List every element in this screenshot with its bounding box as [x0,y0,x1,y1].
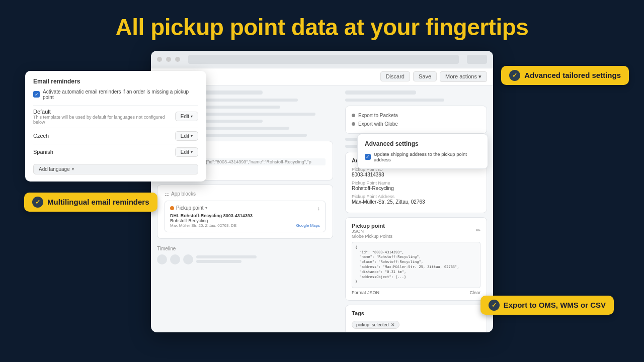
lang-default-desc: This template will be used by default fo… [33,115,175,125]
email-checkbox-text: Activate automatic email reminders if an… [43,89,198,100]
browser-dot-1 [157,57,162,62]
pickup-dot [170,206,174,210]
lang-spanish-name: Spanish [33,149,53,155]
export-badge: ✓ Export to OMS, WMS or CSV [480,296,614,315]
timeline-circle-2 [170,254,180,264]
r-skeleton-2 [345,99,487,102]
adv-checkbox[interactable]: ✓ [365,154,371,160]
browser-action-btn [467,55,487,64]
export-bullet-1 [352,114,355,117]
adv-settings-title: Advanced settings [365,140,480,147]
export-badge-text: Export to OMS, WMS or CSV [504,301,606,309]
tag-pickup-selected: pickup_selected ✕ [352,321,399,329]
lang-czech-name: Czech [33,133,49,139]
clear-btn[interactable]: Clear [469,290,480,295]
format-json-btn[interactable]: Format JSON [352,290,379,295]
advanced-badge-text: Advanced tailored settings [524,71,621,79]
json-sub2: Globe Pickup Points [352,234,392,239]
export-label-2: Export with Globe [358,121,398,127]
adv-checkbox-text: Update shipping address to the pickup po… [374,151,480,162]
pickup-block: Pickup point ▾ ↓ DHL Rohstoff-Recycling … [165,201,326,232]
adv-checkbox-row: ✓ Update shipping address to the pickup … [365,151,480,162]
tag-remove-icon[interactable]: ✕ [391,322,395,327]
export-row-1: Export to Packeta [352,111,480,120]
advanced-check-icon: ✓ [509,70,520,81]
lang-default-name: Default [33,109,175,115]
tags-title: Tags [352,310,480,316]
json-edit-icon[interactable]: ✏ [476,227,480,234]
json-code-block: { "id": "8003-4314393", "name": "Rohstof… [352,242,480,288]
tags-card: Tags pickup_selected ✕ [345,305,487,332]
edit-czech-btn[interactable]: Edit ▾ [175,131,198,141]
page-title: All pickup point data at your fingertips [0,0,644,51]
json-content-area: { "id": "8003-4314393", "name": "Rohstof… [352,242,480,288]
adv-check-icon: ✓ [366,154,370,159]
save-btn[interactable]: Save [413,71,437,81]
timeline-label: Timeline [157,246,333,251]
json-footer: Format JSON Clear [352,290,480,295]
browser-url-bar [188,55,459,64]
export-label-1: Export to Packeta [358,113,398,118]
add-language-btn[interactable]: Add language ▾ [33,164,198,174]
multilingual-badge: ✓ Multilingual email reminders [24,193,157,212]
pickup-label-text: Pickup point [176,205,203,211]
json-header: Pickup point JSON Globe Pickup Points ✏ [352,223,480,239]
edit-spanish-btn[interactable]: Edit ▾ [175,147,198,157]
more-actions-btn[interactable]: More actions ▾ [440,71,487,82]
timeline-section: Timeline [157,243,333,264]
json-title: Pickup point [352,223,392,229]
export-row-2: Export with Globe [352,120,480,128]
timeline-row [157,254,333,264]
edit-default-btn[interactable]: Edit ▾ [175,112,198,121]
export-check-icon: ✓ [489,300,500,311]
app-blocks-section: ⚏ App blocks Pickup point ▾ ↓ [157,185,333,239]
advanced-settings-card: Advanced settings ✓ Update shipping addr… [357,134,488,169]
language-row-default: Default This template will be used by de… [33,105,198,128]
export-bullet-2 [352,122,355,126]
email-reminder-title: Email reminders [33,78,198,85]
browser-toolbar [151,51,493,68]
email-reminder-card: Email reminders ✓ Activate automatic ema… [25,71,206,182]
language-row-czech: Czech Edit ▾ [33,128,198,144]
email-checkbox-row: ✓ Activate automatic email reminders if … [33,89,198,100]
language-row-spanish: Spanish Edit ▾ [33,144,198,160]
multilingual-check-icon: ✓ [32,197,43,208]
browser-dot-2 [166,57,171,62]
pickup-block-header: Pickup point ▾ ↓ [170,205,320,211]
pickup-address: Max-Müller-Str. 25, Zittau, 02763, DE [170,223,253,228]
pickup-block-label: Pickup point ▾ [170,205,207,211]
detail-field-address: Pickup Point Address Max-Müller-Str. 25,… [352,194,480,205]
json-card: Pickup point JSON Globe Pickup Points ✏ … [345,217,487,301]
google-maps-btn[interactable]: Google Maps [296,223,320,228]
r-skeleton-1 [345,90,487,95]
discard-btn[interactable]: Discard [380,71,410,81]
advanced-settings-badge: ✓ Advanced tailored settings [501,66,629,85]
right-column: Export to Packeta Export with Globe [339,85,493,332]
content-area: Discard Save More actions ▾ [0,51,644,342]
json-subtitle: JSON [352,229,392,234]
email-check-icon: ✓ [35,92,39,97]
timeline-lines [196,254,257,264]
pickup-name: Rohstoff-Recycling [170,218,253,223]
app-blocks-title: ⚏ App blocks [165,191,326,197]
email-checkbox[interactable]: ✓ [33,91,40,98]
export-card: Export to Packeta Export with Globe [345,106,487,134]
pickup-icon: ↓ [317,205,320,211]
metafield-value: {"id":"8003-4314393","name":"Rohstoff-Re… [204,158,326,165]
browser-dot-3 [175,57,180,62]
timeline-circle-3 [183,254,193,264]
timeline-circle-1 [157,254,167,264]
detail-field-name: Pickup Point Name Rohstoff-Recycling [352,180,480,191]
multilingual-badge-text: Multilingual email reminders [47,198,149,206]
pickup-info: DHL Rohstoff-Recycling 8003-4314393 [170,213,253,218]
